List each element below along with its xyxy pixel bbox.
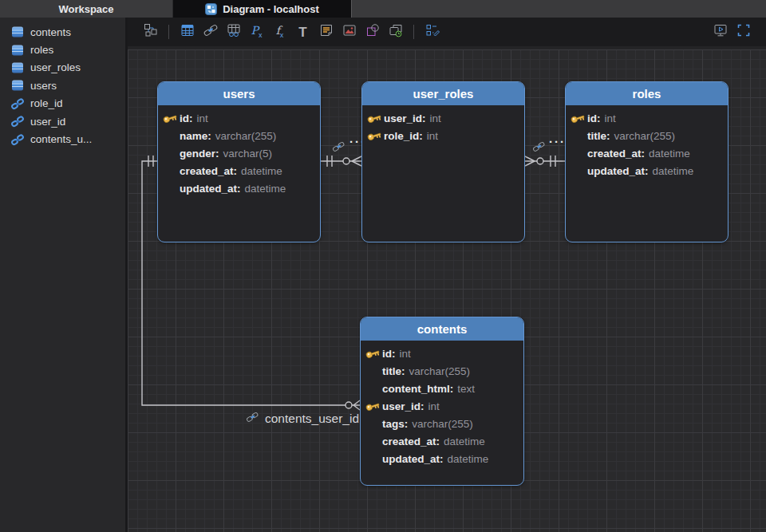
tab-workspace[interactable]: Workspace (0, 0, 173, 18)
relation-users-user-roles-icon[interactable] (332, 140, 345, 153)
sidebar-item-role-id[interactable]: role_id (0, 95, 125, 112)
field-type: int (400, 348, 411, 360)
field-type: int (430, 112, 441, 124)
field-row[interactable]: user_id:int (361, 397, 523, 415)
entity-contents-title[interactable]: contents (361, 317, 523, 341)
field-colon: : (237, 183, 241, 195)
add-function-button[interactable]: fx (271, 22, 289, 41)
field-type: int (427, 130, 438, 142)
entity-user-roles[interactable]: user_roles user_id:int role_id:int (361, 81, 525, 242)
add-shape-button[interactable] (364, 22, 381, 41)
field-colon: : (642, 148, 646, 160)
text-icon: T (298, 26, 306, 39)
entity-roles-title[interactable]: roles (566, 82, 728, 105)
fk-label-text: contents_user_id (265, 412, 359, 426)
add-image-button[interactable] (341, 22, 358, 41)
field-colon: : (405, 418, 409, 430)
auto-arrange-icon (143, 22, 159, 41)
link-icon (11, 133, 24, 146)
key-icon (161, 110, 179, 126)
tab-diagram[interactable]: Diagram - localhost (173, 0, 351, 18)
field-row[interactable]: title:varchar(255) (361, 362, 523, 380)
add-view-button[interactable] (225, 22, 243, 41)
sidebar-item-users[interactable]: users (0, 77, 125, 94)
sidebar-item-user-id[interactable]: user_id (0, 112, 125, 130)
field-row[interactable]: created_at:datetime (158, 162, 320, 179)
field-row[interactable]: updated_at:datetime (158, 179, 320, 197)
sidebar: contents roles user_roles users (0, 18, 128, 532)
sidebar-item-label: user_id (30, 116, 65, 128)
primary-key-px-icon: Px (251, 25, 263, 39)
field-row[interactable]: gender:varchar(5) (158, 144, 320, 162)
field-colon: : (450, 383, 454, 395)
entity-contents[interactable]: contents id:int title:varchar(255) conte… (360, 317, 524, 486)
link-icon (11, 97, 24, 110)
relation-collapsed-label[interactable]: ··· (549, 136, 566, 148)
field-name: updated_at (382, 453, 440, 465)
tab-workspace-label: Workspace (58, 3, 113, 15)
field-type: int (605, 112, 616, 124)
entity-users[interactable]: users id:int name:varchar(255) gender:va… (157, 81, 321, 242)
sidebar-item-contents-user-id[interactable]: contents_u... (0, 130, 125, 148)
field-type: datetime (245, 183, 286, 195)
add-relation-icon (203, 22, 219, 41)
toolbar-separator (168, 25, 169, 39)
field-type: int (428, 400, 440, 412)
sidebar-item-label: user_roles (30, 61, 81, 73)
add-primary-key-button[interactable]: Px (248, 22, 266, 41)
field-row[interactable]: id:int (566, 109, 728, 127)
style-editor-button[interactable] (424, 22, 441, 41)
add-text-button[interactable]: T (294, 22, 312, 41)
field-type: datetime (653, 165, 694, 177)
field-colon: : (597, 112, 601, 124)
relation-contents-user-id-label[interactable]: contents_user_id (246, 410, 359, 427)
app-window: Workspace Diagram - localhost (0, 0, 766, 532)
fullscreen-button[interactable] (735, 22, 752, 41)
sidebar-item-roles[interactable]: roles (0, 41, 125, 58)
key-icon (364, 398, 381, 414)
field-type: varchar(255) (412, 418, 473, 430)
field-row[interactable]: created_at:datetime (361, 432, 523, 450)
field-name: updated_at (180, 183, 237, 195)
field-name: created_at (382, 435, 436, 447)
diagram-canvas[interactable]: ··· ··· contents_user_id users (128, 46, 766, 532)
auto-arrange-button[interactable] (142, 22, 160, 41)
add-snapshot-button[interactable] (387, 22, 405, 41)
field-row[interactable]: tags:varchar(255) (361, 415, 523, 432)
field-row[interactable]: updated_at:datetime (361, 450, 523, 467)
field-row[interactable]: created_at:datetime (566, 144, 728, 162)
sidebar-item-user-roles[interactable]: user_roles (0, 59, 125, 77)
field-row[interactable]: role_id:int (362, 127, 524, 144)
key-icon (569, 110, 586, 126)
key-icon (365, 110, 383, 126)
table-icon (11, 44, 24, 57)
field-type: varchar(5) (223, 148, 273, 160)
sidebar-item-label: roles (30, 44, 53, 56)
field-type: varchar(255) (215, 130, 277, 142)
field-name: id (180, 112, 189, 124)
field-type: datetime (649, 148, 690, 160)
add-relation-button[interactable] (202, 22, 219, 41)
field-name: user_id (384, 112, 422, 124)
field-row[interactable]: user_id:int (362, 109, 524, 127)
field-row[interactable]: updated_at:datetime (566, 162, 728, 179)
add-table-button[interactable] (179, 22, 196, 41)
presentation-mode-button[interactable] (712, 22, 729, 41)
field-row[interactable]: title:varchar(255) (566, 127, 728, 144)
field-row[interactable]: content_html:text (361, 380, 523, 397)
field-colon: : (419, 130, 423, 142)
sidebar-item-contents[interactable]: contents (0, 23, 125, 41)
field-name: created_at (587, 148, 642, 160)
diagram-toolbar: Px fx T (128, 18, 766, 46)
sidebar-item-label: contents (30, 26, 71, 38)
add-note-button[interactable] (318, 22, 335, 41)
entity-user-roles-title[interactable]: user_roles (362, 82, 524, 105)
field-row[interactable]: id:int (361, 345, 523, 362)
entity-users-title[interactable]: users (158, 82, 320, 105)
presentation-icon (713, 22, 728, 41)
relation-user-roles-roles-icon[interactable] (532, 140, 546, 153)
field-row[interactable]: name:varchar(255) (158, 127, 320, 144)
field-row[interactable]: id:int (158, 109, 320, 127)
field-type: varchar(255) (614, 130, 676, 142)
entity-roles[interactable]: roles id:int title:varchar(255) created_… (565, 81, 728, 242)
